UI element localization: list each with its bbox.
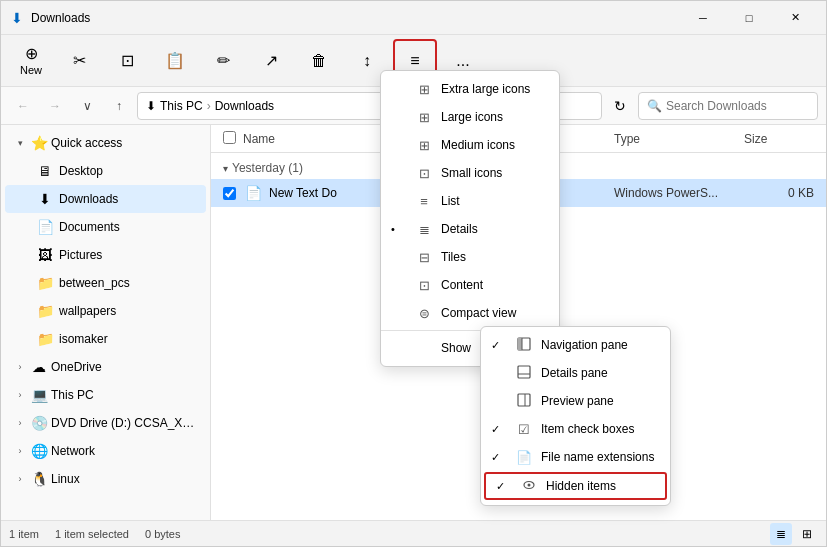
menu-item-file-extensions[interactable]: ✓ 📄 File name extensions [481,443,670,471]
maximize-button[interactable]: □ [726,1,772,35]
paste-button[interactable]: 📋 [153,39,197,83]
menu-item-tiles[interactable]: ⊟ Tiles [381,243,559,271]
cut-icon: ✂ [73,53,86,69]
close-button[interactable]: ✕ [772,1,818,35]
details-pane-icon [515,365,533,382]
breadcrumb-thispc[interactable]: This PC [160,99,203,113]
paste-icon: 📋 [165,53,185,69]
new-label: New [20,64,42,76]
share-icon: ↗ [265,53,278,69]
minimize-button[interactable]: ─ [680,1,726,35]
menu-item-large-icons[interactable]: ⊞ Large icons [381,103,559,131]
recent-button[interactable]: ∨ [73,92,101,120]
menu-item-small-icons[interactable]: ⊡ Small icons [381,159,559,187]
check-nav-pane: ✓ [491,339,507,352]
sidebar-item-isomaker[interactable]: 📁 isomaker 📌 [5,325,206,353]
status-bar: 1 item 1 item selected 0 bytes ≣ ⊞ [1,520,826,546]
menu-item-preview-pane[interactable]: Preview pane [481,387,670,415]
share-button[interactable]: ↗ [249,39,293,83]
back-button[interactable]: ← [9,92,37,120]
sidebar-item-this-pc[interactable]: › 💻 This PC [5,381,206,409]
sort-icon: ↕ [363,53,371,69]
small-icons-icon: ⊡ [415,166,433,181]
medium-icons-label: Medium icons [441,138,543,152]
delete-button[interactable]: 🗑 [297,39,341,83]
window-icon: ⬇ [9,10,25,26]
pictures-icon: 🖼 [37,247,53,263]
list-label: List [441,194,543,208]
sidebar-item-pictures[interactable]: 🖼 Pictures 📌 [5,241,206,269]
search-input[interactable] [666,99,816,113]
downloads-icon: ⬇ [37,191,53,207]
dvd-icon: 💿 [31,415,47,431]
dvd-expand-icon: › [13,416,27,430]
item-check-boxes-label: Item check boxes [541,422,654,436]
status-count: 1 item [9,528,39,540]
svg-rect-3 [518,366,530,378]
network-expand-icon: › [13,444,27,458]
delete-icon: 🗑 [311,53,327,69]
breadcrumb-downloads[interactable]: Downloads [215,99,274,113]
preview-pane-icon [515,393,533,410]
menu-item-item-check-boxes[interactable]: ✓ ☑ Item check boxes [481,415,670,443]
grid-view-button[interactable]: ⊞ [796,523,818,545]
compact-icon: ⊜ [415,306,433,321]
sidebar-item-wallpapers[interactable]: 📁 wallpapers 📌 [5,297,206,325]
onedrive-label: OneDrive [51,360,198,374]
sidebar-item-network[interactable]: › 🌐 Network [5,437,206,465]
search-box[interactable]: 🔍 [638,92,818,120]
up-button[interactable]: ↑ [105,92,133,120]
sidebar-item-dvd-drive[interactable]: › 💿 DVD Drive (D:) CCSA_X64FRE_EN-US_D [5,409,206,437]
sidebar-item-onedrive[interactable]: › ☁ OneDrive [5,353,206,381]
linux-expand-icon: › [13,472,27,486]
sidebar-item-desktop[interactable]: 🖥 Desktop 📌 [5,157,206,185]
new-icon: ⊕ [25,46,38,62]
file-size-cell: 0 KB [744,186,814,200]
rename-button[interactable]: ✏ [201,39,245,83]
file-checkbox[interactable] [223,187,236,200]
list-icon: ≡ [415,194,433,209]
menu-item-extra-large-icons[interactable]: ⊞ Extra large icons [381,75,559,103]
file-checkbox-wrapper [223,187,243,200]
menu-item-compact-view[interactable]: ⊜ Compact view [381,299,559,327]
wallpapers-icon: 📁 [37,303,53,319]
copy-icon: ⊡ [121,53,134,69]
sidebar-item-linux[interactable]: › 🐧 Linux [5,465,206,493]
refresh-button[interactable]: ↻ [606,92,634,120]
sidebar-item-between-pcs[interactable]: 📁 between_pcs 📌 [5,269,206,297]
menu-item-nav-pane[interactable]: ✓ Navigation pane [481,331,670,359]
documents-label: Documents [59,220,180,234]
thispc-expand-icon: › [13,388,27,402]
group-label: Yesterday (1) [232,161,303,175]
menu-item-details-pane[interactable]: Details pane [481,359,670,387]
col-size-header[interactable]: Size [744,132,814,146]
details-pane-label: Details pane [541,366,654,380]
isomaker-icon: 📁 [37,331,53,347]
forward-button[interactable]: → [41,92,69,120]
sidebar-item-quick-access[interactable]: ▾ ⭐ Quick access [5,129,206,157]
menu-item-details[interactable]: • ≣ Details [381,215,559,243]
file-extensions-icon: 📄 [515,450,533,465]
cut-button[interactable]: ✂ [57,39,101,83]
file-type-cell: Windows PowerS... [614,186,744,200]
wallpapers-label: wallpapers [59,304,180,318]
menu-item-hidden-items[interactable]: ✓ Hidden items [484,472,667,500]
sidebar-item-documents[interactable]: 📄 Documents 📌 [5,213,206,241]
sidebar-item-downloads[interactable]: ⬇ Downloads 📌 [5,185,206,213]
sidebar: ▾ ⭐ Quick access 🖥 Desktop 📌 ⬇ Downloads… [1,125,211,520]
hidden-items-icon [520,478,538,495]
menu-item-content[interactable]: ⊡ Content [381,271,559,299]
menu-item-medium-icons[interactable]: ⊞ Medium icons [381,131,559,159]
between-pcs-icon: 📁 [37,275,53,291]
details-icon: ≣ [415,222,433,237]
new-button[interactable]: ⊕ New [9,39,53,83]
header-check [223,131,243,147]
title-bar: ⬇ Downloads ─ □ ✕ [1,1,826,35]
menu-item-list[interactable]: ≡ List [381,187,559,215]
select-all-checkbox[interactable] [223,131,236,144]
view-dropdown-menu: ⊞ Extra large icons ⊞ Large icons ⊞ Medi… [380,70,560,367]
copy-button[interactable]: ⊡ [105,39,149,83]
list-view-button[interactable]: ≣ [770,523,792,545]
col-type-header[interactable]: Type [614,132,744,146]
network-label: Network [51,444,198,458]
